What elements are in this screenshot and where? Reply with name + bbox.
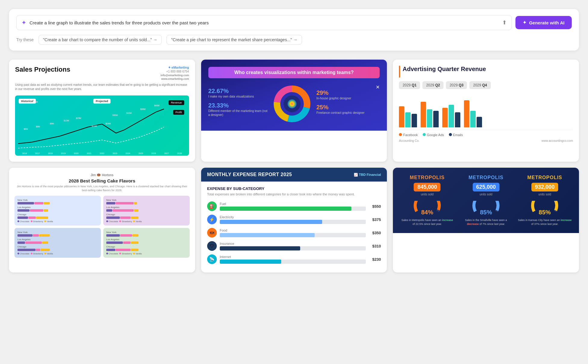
choc-dot-1: [17, 220, 19, 222]
sales-proj-brand: ✦ eMarketing +1 800 888 6754 info@emarke…: [160, 66, 189, 80]
metro-title-1: METROPOLIS: [400, 175, 454, 180]
mini-bar-la-van-3: [42, 241, 48, 244]
mini-bar-chi-straw: [28, 216, 36, 219]
year-2024: 2024: [126, 152, 130, 154]
who-creates-content: Who creates visualizations within market…: [201, 60, 387, 131]
upload-icon[interactable]: ⬆: [502, 19, 507, 26]
metro-gauge-3: 85%: [531, 201, 558, 216]
bar-dark-4: [477, 117, 482, 127]
year-2020: 2020: [74, 152, 79, 154]
stat-item-2: 23.33% Different member of the marketing…: [208, 102, 268, 117]
metro-grid: METROPOLIS 845,000 units sold 84% Sales …: [400, 175, 572, 226]
generate-button[interactable]: ✦ Generate with AI: [515, 16, 572, 29]
expense-row-food: 🍽 Food $350: [207, 228, 381, 238]
mini-bar-ny-van-4: [132, 234, 138, 237]
legend-straw-4: Strawberry: [119, 253, 132, 255]
year-2028: 2028: [177, 152, 182, 154]
cake-panel-1: New York Los Angeles: [14, 196, 101, 226]
dp-45m: $45M: [33, 101, 38, 103]
legend-straw-3: Strawberry: [31, 253, 43, 255]
mini-bar-chi-2: Chicago: [106, 213, 187, 219]
straw-dot-3: [31, 253, 33, 254]
mini-legend-2: Chocolate Strawberry Vanilla: [106, 220, 187, 222]
adv-footer-left: Accounting Co.: [399, 139, 419, 142]
stat-desc-2: Different member of the marketing team (…: [208, 109, 268, 117]
cake-desc: Jim Hortons is one of the most popular p…: [14, 185, 190, 192]
donut-chart: [272, 84, 312, 123]
close-icon[interactable]: ✕: [376, 84, 380, 90]
metro-title-2: METROPOLIS: [459, 175, 513, 180]
mini-label-la-4: Los Angeles: [106, 238, 187, 241]
mini-bar-la-4: Los Angeles: [106, 238, 187, 244]
mini-bar-row-ny: [17, 202, 98, 204]
q-tab-1[interactable]: 2029 Q1: [399, 81, 420, 89]
search-container: ✦ ⬆ ✦ Generate with AI Try these "Create…: [9, 9, 579, 51]
quarter-tabs: 2029 Q1 2029 Q2 2029 Q3 2029 Q4: [399, 81, 573, 89]
mini-legend-4: Chocolate Strawberry Vanilla: [106, 253, 187, 255]
metro-change-1: increase: [442, 219, 453, 222]
metro-title-3: METROPOLIS: [518, 175, 572, 180]
mini-bar-chi-3: Chicago: [17, 245, 98, 251]
electricity-label: Electricity: [220, 215, 366, 219]
emails-dot: [449, 133, 452, 136]
q-tab-4[interactable]: 2029 Q4: [469, 81, 490, 89]
internet-label: Internet: [220, 255, 366, 259]
suggestion-chip-2[interactable]: "Create a pie chart to represent the mar…: [166, 35, 302, 45]
metro-gauge-1: 84%: [414, 201, 441, 216]
brand-name: ✦ eMarketing: [168, 66, 189, 69]
mini-label-chi: Chicago: [17, 213, 98, 216]
q-tab-3[interactable]: 2029 Q3: [446, 81, 467, 89]
projected-label: Projected: [93, 99, 110, 104]
tbd-logo: 📈 TBD Financial: [354, 173, 381, 177]
bar-group-2: [421, 102, 439, 127]
bar-group-4: [464, 100, 482, 127]
insurance-amount: $310: [369, 244, 381, 248]
legend-straw-2: Strawberry: [119, 220, 132, 222]
year-2016: 2016: [22, 152, 27, 154]
expense-header-left: MONTHLY EXPENSE REPORT 2025: [207, 172, 292, 177]
stats-left: 22.67% I make my own data visualizations…: [208, 88, 268, 120]
dp-21m: $21M: [92, 125, 97, 127]
search-input-wrap[interactable]: ✦ ⬆: [16, 15, 512, 30]
sales-phone: +1 800 888 6754: [166, 70, 189, 73]
adv-footer: Accounting Co. www.accountingco.com: [399, 139, 573, 142]
bar-orange-3: [442, 108, 448, 127]
sales-proj-header: Sales Projections ✦ eMarketing +1 800 88…: [15, 66, 189, 80]
stats-right: 29% In-house graphic designer 25% Freela…: [316, 89, 376, 118]
mini-bar-row-ny-4: [106, 234, 187, 237]
adv-title-wrap: Advertising Quarter Revenue: [403, 66, 573, 77]
dp-30m: $30M: [112, 114, 118, 116]
legend-choc-1: Chocolate: [17, 220, 30, 222]
year-labels: 2016 2017 2018 2019 2020 2021 2022 2023 …: [18, 152, 186, 154]
mini-label-chi-3: Chicago: [17, 245, 98, 248]
bar-dark-1: [412, 114, 417, 127]
bar-teal-4: [470, 111, 476, 127]
mini-bar-ny-van-3: [39, 234, 50, 237]
metro-change-3: increase: [561, 219, 572, 222]
mini-bar-ny-1: New York: [17, 199, 98, 204]
choc-dot-2: [106, 220, 108, 222]
mini-bar-chi-van-2: [131, 216, 138, 219]
mini-label-la: Los Angeles: [17, 206, 98, 209]
search-input[interactable]: [30, 20, 499, 25]
suggestion-chip-1[interactable]: "Create a bar chart to compare the numbe…: [39, 35, 162, 45]
metro-badge-1: 845,000: [414, 183, 440, 191]
dp-9m: $9M: [50, 123, 54, 125]
year-2018: 2018: [48, 152, 53, 154]
mini-bar-row-ny-2: [106, 202, 187, 204]
straw-dot-1: [31, 220, 33, 222]
adv-revenue-card: Advertising Quarter Revenue 2029 Q1 2029…: [393, 60, 579, 162]
stat-desc-4: Freelance contract graphic designer: [316, 111, 376, 115]
metropolis-card: METROPOLIS 845,000 units sold 84% Sales …: [393, 168, 579, 272]
fuel-label: Fuel: [220, 202, 366, 206]
year-2017: 2017: [35, 152, 40, 154]
metro-pct-2: 85%: [480, 209, 492, 216]
q-tab-2[interactable]: 2029 Q2: [422, 81, 443, 89]
internet-bar-wrap: Internet: [220, 255, 366, 264]
metro-desc-3: Sales in Kansas City have seen an increa…: [518, 218, 572, 226]
cake-panel-4: New York Los Angeles: [103, 228, 190, 258]
year-2023: 2023: [113, 152, 117, 154]
bar-orange-1: [399, 106, 404, 127]
electricity-bar-wrap: Electricity: [220, 215, 366, 224]
metro-pct-1: 84%: [421, 209, 433, 216]
